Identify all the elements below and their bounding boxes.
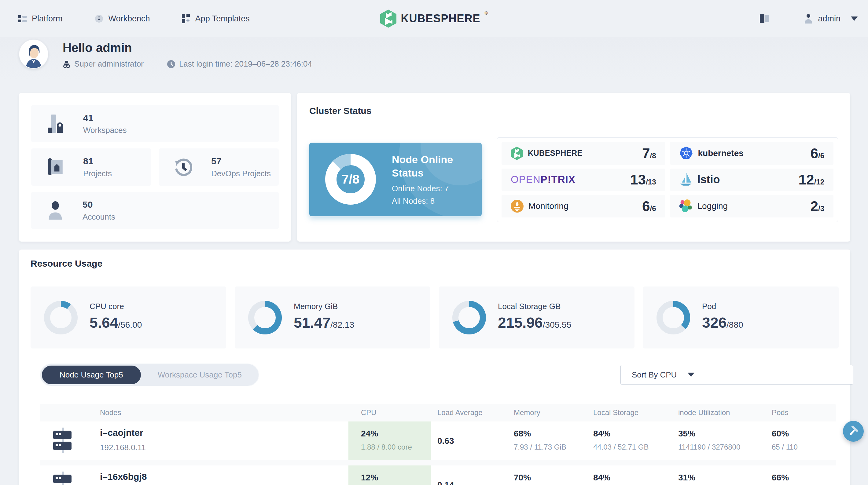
cluster-status-title: Cluster Status [309,106,371,116]
stat-accounts[interactable]: 50 Accounts [31,192,279,229]
avatar[interactable] [19,39,48,69]
node-fraction: 7/8 [325,154,376,205]
stats-grid: 41 Workspaces 81 Projects [31,105,279,229]
role-label: Super administrator [74,59,144,69]
sort-by-dropdown[interactable]: Sort By CPU [620,365,853,385]
cell-memory: 70% 8.11 / 11.73 GiB [507,465,587,485]
cpu-donut [44,301,78,334]
node-icon [53,428,73,453]
component-logging: Logging 2/3 [670,195,834,218]
stat-value: 41 [83,113,127,123]
tab-node-usage-top5[interactable]: Node Usage Top5 [42,365,141,384]
hammer-icon [847,425,860,438]
component-name: Monitoring [528,201,568,211]
role-icon [63,60,71,68]
greeting-title: Hello admin [63,41,132,55]
app-templates-icon [182,14,190,23]
logging-icon [679,199,692,213]
node-status-donut: 7/8 [325,154,376,205]
header-load-average: Load Average [431,408,507,417]
gauge-memory: Memory GiB 51.47/82.13 [235,287,430,349]
stat-value: 57 [211,156,271,166]
stat-label: Accounts [83,212,115,222]
all-nodes: All Nodes: 8 [392,196,468,206]
component-monitoring: Monitoring 6/6 [501,195,665,218]
registered-mark: ® [485,10,488,15]
overview-stats-card: 41 Workspaces 81 Projects [19,93,291,241]
cell-cpu: 12% 0.93 / 8.00 core [348,465,431,485]
user-name: admin [818,14,840,24]
stat-label: Projects [83,169,112,179]
gauge-used: 215.96 [498,314,543,331]
workbench-icon [94,14,103,23]
stat-label: DevOps Projects [211,169,271,179]
nav-workbench[interactable]: Workbench [94,14,150,24]
user-menu[interactable]: admin [804,14,858,24]
gauge-label: Pod [702,302,743,311]
cell-load-average: 0.14 [431,465,507,485]
component-istio: Istio 12/12 [670,169,834,191]
gauge-used: 51.47 [294,314,331,331]
resource-usage-title: Resource Usage [31,258,102,269]
projects-icon [47,158,64,176]
table-row[interactable]: i–16x6bgj8 192.168.0.14 12% 0.93 / 8.00 … [40,465,836,485]
cell-inode-utilization: 35% 1141190 / 3276800 [672,421,765,460]
node-name: i–16x6bgj8 [100,472,147,482]
devops-history-icon [175,158,192,176]
prometheus-icon [511,200,524,213]
brand-logo[interactable]: KUBESPHERE ® [380,0,488,37]
cell-load-average: 0.63 [431,421,507,460]
toolbox-button[interactable] [843,421,864,442]
node-icon [53,472,73,485]
stat-workspaces[interactable]: 41 Workspaces [31,105,279,142]
header-local-storage: Local Storage [587,408,672,417]
nav-app-templates[interactable]: App Templates [182,14,250,24]
stat-projects[interactable]: 81 Projects [31,149,151,186]
brand-wordmark: KUBESPHERE [401,12,480,25]
stat-devops-projects[interactable]: 57 DevOps Projects [159,149,279,186]
table-row[interactable]: i–caojnter 192.168.0.11 24% 1.88 / 8.00 … [40,421,836,460]
cell-pods: 66% 72 / 110 [765,465,836,485]
component-name: KUBESPHERE [528,149,583,158]
top-nav: Platform Workbench App Templates [0,0,868,37]
component-kubesphere: KUBESPHERE 7/8 [501,142,665,165]
accounts-icon [47,201,64,220]
component-count: 6 [810,145,818,162]
gauge-total: /880 [726,320,743,330]
cell-memory: 68% 7.93 / 11.73 GiB [507,421,587,460]
kubernetes-icon [679,147,693,160]
last-login-label: Last login time: 2019–06–28 23:46:04 [179,59,312,69]
node-status-text: Node Online Status Online Nodes: 7 All N… [392,153,468,206]
kubesphere-dashboard: Platform Workbench App Templates [0,0,868,485]
node-online-status-card: 7/8 Node Online Status Online Nodes: 7 A… [309,142,482,216]
header-nodes: Nodes [40,408,348,417]
component-count: 12 [798,171,814,188]
component-count: 2 [810,198,818,215]
welcome-banner: Hello admin Super administrator Last log… [0,37,868,80]
clock-icon [167,60,176,68]
node-name: i–caojnter [100,428,143,438]
cell-pods: 60% 65 / 110 [765,421,836,460]
stat-value: 50 [83,199,115,210]
table-header-row: Nodes CPU Load Average Memory Local Stor… [40,404,836,421]
nav-platform[interactable]: Platform [18,14,63,24]
last-login: Last login time: 2019–06–28 23:46:04 [167,59,312,69]
user-icon [804,14,813,24]
tab-workspace-usage-top5[interactable]: Workspace Usage Top5 [141,370,258,380]
cell-inode-utilization: 31% 1002451 / 3276800 [672,465,765,485]
cluster-components-grid: KUBESPHERE 7/8 kubernetes 6/6 [497,137,838,222]
header-memory: Memory [507,408,587,417]
component-name: OPENP!TRIX [511,174,576,185]
usage-tabs: Node Usage Top5 Workspace Usage Top5 [40,363,259,386]
stat-value: 81 [83,156,112,166]
cell-local-storage: 84% 43.89 / 52.71 GB [587,465,672,485]
nav-left: Platform Workbench App Templates [18,0,250,37]
online-nodes: Online Nodes: 7 [392,184,468,193]
gauge-used: 5.64 [90,314,118,331]
docs-icon[interactable] [760,14,770,23]
chevron-down-icon [851,17,858,21]
header-cpu: CPU [348,408,431,417]
nav-right: admin [760,0,858,37]
cluster-status-card: Cluster Status 7/8 Node Online Status On… [297,93,850,241]
gauge-local-storage: Local Storage GB 215.96/305.55 [439,287,634,349]
